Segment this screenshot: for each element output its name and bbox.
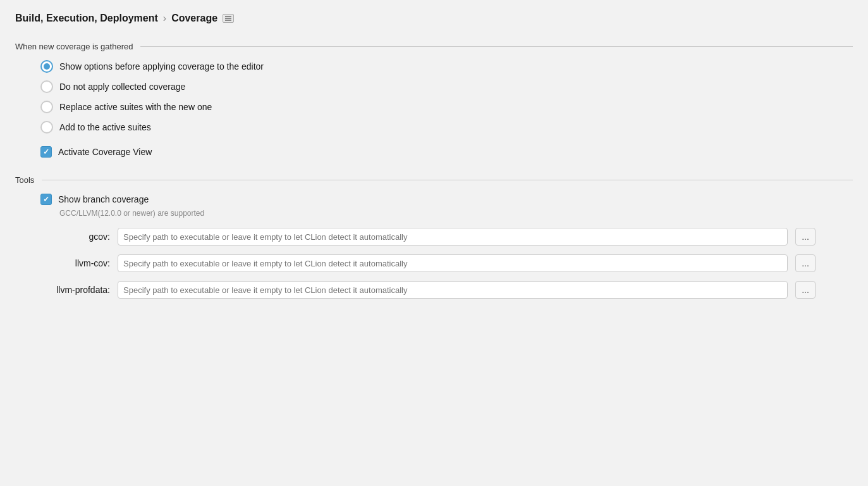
radio-add-to-active-label: Add to the active suites xyxy=(59,122,151,132)
gcov-input[interactable] xyxy=(118,228,788,246)
gcov-label: gcov: xyxy=(40,232,110,242)
llvm-profdata-browse-button[interactable]: ... xyxy=(795,281,816,299)
radio-replace-active[interactable]: Replace active suites with the new one xyxy=(40,101,853,113)
activate-coverage-view-checkbox xyxy=(40,146,52,158)
radio-add-to-active[interactable]: Add to the active suites xyxy=(40,121,853,134)
activate-coverage-view-label: Activate Coverage View xyxy=(58,147,152,157)
radio-do-not-apply-label: Do not apply collected coverage xyxy=(59,82,185,92)
llvm-cov-input[interactable] xyxy=(118,254,788,272)
coverage-section-header: When new coverage is gathered xyxy=(15,42,853,51)
radio-show-options[interactable]: Show options before applying coverage to… xyxy=(40,60,853,73)
radio-show-options-label: Show options before applying coverage to… xyxy=(59,61,264,72)
gcov-browse-button[interactable]: ... xyxy=(795,228,816,246)
llvm-profdata-input[interactable] xyxy=(118,281,788,299)
breadcrumb-menu-icon[interactable] xyxy=(223,14,234,23)
radio-replace-active-label: Replace active suites with the new one xyxy=(59,102,212,112)
activate-coverage-view-option[interactable]: Activate Coverage View xyxy=(40,146,853,158)
breadcrumb-separator: › xyxy=(163,13,166,24)
breadcrumb: Build, Execution, Deployment › Coverage xyxy=(15,13,853,24)
llvm-cov-field-row: llvm-cov: ... xyxy=(40,254,853,272)
radio-replace-active-circle xyxy=(40,101,53,113)
tools-section-header: Tools xyxy=(15,175,853,185)
show-branch-coverage-label: Show branch coverage xyxy=(58,194,149,204)
radio-do-not-apply-circle xyxy=(40,80,53,93)
show-branch-coverage-checkbox xyxy=(40,194,52,205)
llvm-cov-browse-button[interactable]: ... xyxy=(795,254,816,272)
breadcrumb-parent: Build, Execution, Deployment xyxy=(15,13,158,24)
branch-coverage-note: GCC/LLVM(12.0.0 or newer) are supported xyxy=(59,209,853,218)
tools-section-title: Tools xyxy=(15,175,34,185)
coverage-options-group: Show options before applying coverage to… xyxy=(40,60,853,134)
coverage-section-title: When new coverage is gathered xyxy=(15,42,133,51)
tools-section-divider xyxy=(42,180,853,180)
llvm-cov-label: llvm-cov: xyxy=(40,258,110,268)
gcov-field-row: gcov: ... xyxy=(40,228,853,246)
coverage-section-divider xyxy=(140,46,853,47)
show-branch-coverage-option[interactable]: Show branch coverage xyxy=(40,194,853,205)
tools-section: Tools Show branch coverage GCC/LLVM(12.0… xyxy=(15,175,853,299)
radio-add-to-active-circle xyxy=(40,121,53,134)
breadcrumb-current: Coverage xyxy=(171,13,217,24)
radio-do-not-apply[interactable]: Do not apply collected coverage xyxy=(40,80,853,93)
llvm-profdata-label: llvm-profdata: xyxy=(40,285,110,295)
llvm-profdata-field-row: llvm-profdata: ... xyxy=(40,281,853,299)
radio-show-options-circle xyxy=(40,60,53,73)
